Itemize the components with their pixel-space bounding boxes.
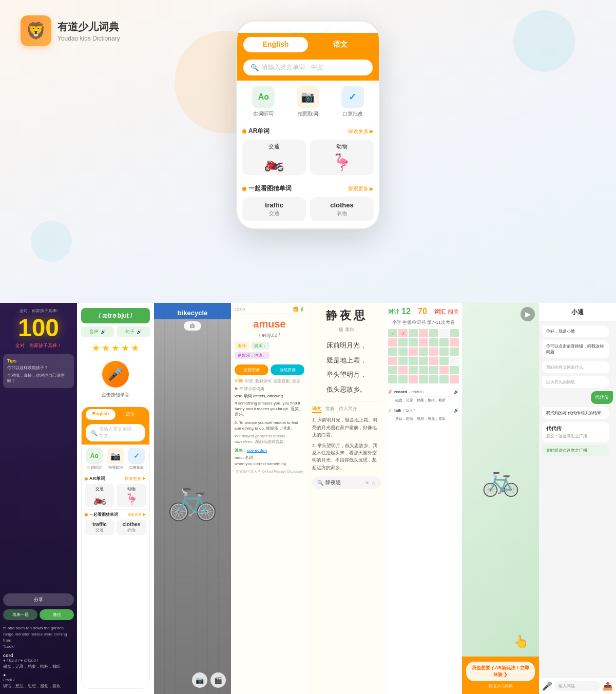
reading-area: m and Mum ran down the garden. range mon… xyxy=(3,625,74,689)
sg-35 xyxy=(450,366,459,374)
dict-tab-oxford[interactable]: 牛津 xyxy=(235,378,243,384)
mic-button[interactable]: 🎤 xyxy=(102,361,129,388)
sg-40 xyxy=(429,375,438,383)
ar-card-animal[interactable]: 动物 🦩 xyxy=(310,140,374,175)
score-summary: 对计 12 70 词汇 闯关 xyxy=(388,307,459,316)
guess-word-traffic: traffic xyxy=(245,201,303,209)
sg-6 xyxy=(439,329,449,337)
chat-input-field[interactable]: 输入问题... xyxy=(554,681,601,691)
derive-link[interactable]: correction xyxy=(247,448,267,453)
ar-card-traffic[interactable]: 交通 🏍️ xyxy=(242,140,306,175)
trans-tab-translate[interactable]: 译文 xyxy=(312,406,321,413)
star-5: ★ xyxy=(131,342,139,354)
score-total-area: 70 xyxy=(418,307,427,316)
sg-16 xyxy=(398,348,408,356)
chat-voice-icon[interactable]: 🎤 xyxy=(542,681,552,691)
search-inner[interactable]: 🔍 请输入英文单词、中文 xyxy=(243,60,373,75)
app-icon-emoji: 🦁 xyxy=(26,21,46,41)
phonetic-bar: / ætrə bjut / xyxy=(81,308,150,323)
mini-tab-cn[interactable]: 语文 xyxy=(116,409,145,420)
word-status-bar: 12:00 📶 🔋 xyxy=(235,307,304,314)
ar-card-traffic-img: 🏍️ xyxy=(244,152,304,172)
word-list: ✗ record / rekəd / 🔊 磁盘，记录，档案，棺柜，截听 ✓ ta… xyxy=(388,388,459,422)
feature-item-math[interactable]: ✓ 口算批改 xyxy=(341,86,364,118)
ar-brand-label: 有道少儿词典 xyxy=(488,683,513,689)
translation-tabs: 译文 赏析 诗人简介 xyxy=(312,406,381,413)
chat-messages: 你好，我是小通 你可以点击语音按钮，问我这些问题 最好的同义词是什么 以大开头的… xyxy=(539,321,616,678)
audio-btn[interactable]: 发音朗读 xyxy=(235,364,268,375)
star-4: ★ xyxy=(121,342,129,354)
guess-card-traffic[interactable]: traffic 交通 xyxy=(242,197,306,221)
poem-search-clear[interactable]: ✕ xyxy=(365,480,369,486)
dict-tab-5[interactable]: 派生 xyxy=(292,378,300,384)
score-review-btn[interactable]: 闯关 xyxy=(448,308,459,316)
sg-5 xyxy=(429,329,438,337)
guess-section-header: 一起看图猜单词 探索更多 ▶ xyxy=(242,184,374,193)
meaning-btn[interactable]: 句子 🔊 xyxy=(117,326,150,337)
dict-tab-3[interactable]: 教材例句 xyxy=(255,378,272,384)
poem-search-bar[interactable]: 🔍 静夜思 ✕ ☆ xyxy=(312,476,381,489)
ar-bike-display: 🚲 xyxy=(154,303,231,694)
chat-input-area[interactable]: 🎤 输入问题... 📤 xyxy=(539,678,616,694)
audio-label: 发音朗读 xyxy=(243,368,260,372)
feature-item-photo[interactable]: 📷 拍照取词 xyxy=(297,86,319,118)
chat-send-icon[interactable]: 📤 xyxy=(603,681,613,691)
ar-card-traffic-label: 交通 xyxy=(244,143,304,150)
chat-answer: 我找到的与'代代传'相关的结果 xyxy=(542,407,609,419)
mini-tab-en[interactable]: English xyxy=(86,409,116,420)
guess-dot xyxy=(242,187,246,191)
ar-cta-top: 🚲 ▶ 👆 xyxy=(462,303,539,657)
tab-english[interactable]: English xyxy=(243,37,308,52)
sound-btn[interactable]: 音声 🔊 xyxy=(81,326,114,337)
ar-sub-btn[interactable]: 自 xyxy=(184,321,201,331)
mini-feat-1[interactable]: Ao 生词听写 xyxy=(86,448,103,470)
dict-tab-2[interactable]: 对应 xyxy=(245,378,253,384)
noun-when: when you correct something. xyxy=(235,461,304,466)
ar-play-btn[interactable]: ▶ xyxy=(521,307,535,321)
feature-item-dictation[interactable]: Ao 生词听写 xyxy=(252,86,275,118)
share-button[interactable]: 分享 xyxy=(3,593,74,606)
share-label: 分享 xyxy=(34,597,43,602)
cell-pronunciation: / ætrə bjut / 音声 🔊 句子 🔊 ★ ★ ★ ★ ★ xyxy=(77,303,154,694)
ar-video-btn[interactable]: 🎬 xyxy=(210,672,226,688)
next-label: 再来一题 xyxy=(12,612,29,617)
guess-word-clothes: clothes xyxy=(313,201,371,209)
app-title-en: Youdao kids Dictionary xyxy=(57,35,120,42)
sg-29 xyxy=(388,366,397,374)
sg-27 xyxy=(439,357,449,365)
trans-text-1: 1. 床前明月光，疑是地上霜。明亮的月光照在家户窗前，好像地上的白霜。 xyxy=(312,416,381,438)
word-item-1: ✗ record / rekəd / 🔊 xyxy=(388,388,459,397)
ar-camera-btn[interactable]: 📷 xyxy=(192,672,207,688)
trans-tab-poet[interactable]: 诗人简介 xyxy=(339,406,357,413)
mini-search-bar[interactable]: 🔍 请输入英文单词、中文 xyxy=(86,424,145,441)
guess-card-clothes[interactable]: clothes 衣物 xyxy=(310,197,374,221)
score-subtitle: 全对，你家孩子真棒！ xyxy=(15,342,62,349)
mini-feat-2[interactable]: 📷 拍照取词 xyxy=(107,448,124,470)
star-1: ★ xyxy=(92,342,100,354)
ar-dot xyxy=(242,129,246,133)
phonetic-text: / ætrə bjut / xyxy=(99,312,132,319)
cell-ar-bike: bikecycle 自 🚲 📷 🎬 xyxy=(154,303,231,694)
learn-btn[interactable]: 自然拼读 xyxy=(271,364,304,375)
chat-hint-2-text: 以大开头的词组 xyxy=(546,380,575,384)
sg-2: ✗ xyxy=(398,329,408,337)
poem-search-star[interactable]: ☆ xyxy=(371,480,376,486)
next-button[interactable]: 再来一题 xyxy=(3,609,37,620)
ar-cta-btn[interactable]: 我也想要了AR新玩法！立即体验 ❯ xyxy=(466,662,535,681)
wechat-button[interactable]: 微信 xyxy=(40,609,74,620)
sg-14 xyxy=(450,338,459,346)
chat-more-text: 青蛙经这么迷意之广播 xyxy=(546,448,587,453)
sound-sub-row: 音声 🔊 句子 🔊 xyxy=(81,326,150,337)
ar-more-btn[interactable]: 探索更多 ▶ xyxy=(348,128,374,135)
mini-search-icon: 🔍 xyxy=(91,430,97,436)
mini-feat-3[interactable]: ✓ 口算批改 xyxy=(128,448,145,470)
ar-section: AR单词 探索更多 ▶ 交通 🏍️ 动物 xyxy=(237,123,379,177)
example-text: We played games to amuse ourselves. 我们玩游… xyxy=(235,434,287,444)
app-title-block: 有道少儿词典 Youdao kids Dictionary xyxy=(57,20,120,42)
guess-more-btn[interactable]: 探索更多 ▶ xyxy=(348,185,374,192)
dict-tab-4[interactable]: 固定搭配 xyxy=(274,378,290,384)
sg-38 xyxy=(409,375,418,383)
trans-tab-analysis[interactable]: 赏析 xyxy=(325,406,335,413)
learn-label: 自然拼读 xyxy=(279,368,296,372)
tab-chinese[interactable]: 语文 xyxy=(308,37,373,52)
